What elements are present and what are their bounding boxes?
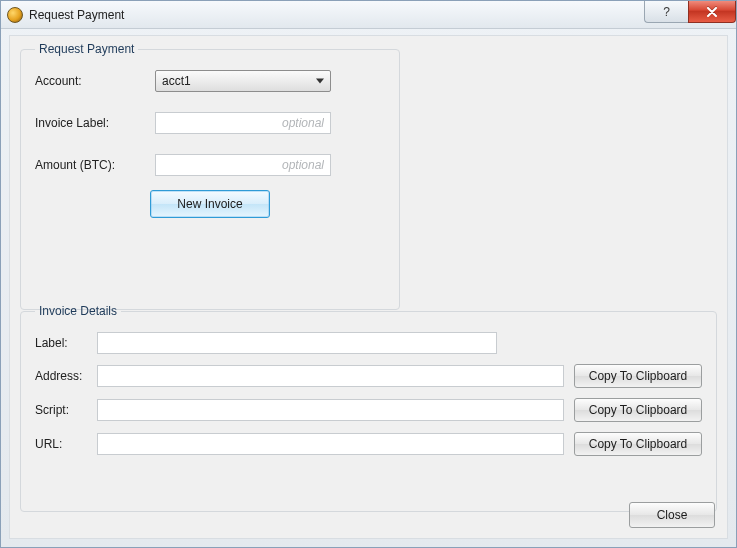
request-payment-group: Request Payment Account: acct1 Invoice L… — [20, 42, 400, 310]
label-row: Label: — [35, 332, 702, 354]
copy-address-button[interactable]: Copy To Clipboard — [574, 364, 702, 388]
url-field-label: URL: — [35, 437, 97, 451]
chevron-down-icon — [316, 79, 324, 84]
window-title: Request Payment — [29, 8, 124, 22]
script-field-label: Script: — [35, 403, 97, 417]
invoice-label-row: Invoice Label: — [35, 112, 385, 134]
invoice-details-group: Invoice Details Label: Address: Copy To … — [20, 304, 717, 512]
request-payment-legend: Request Payment — [35, 42, 138, 56]
window-controls: ? — [644, 1, 736, 23]
amount-row: Amount (BTC): — [35, 154, 385, 176]
amount-input[interactable] — [155, 154, 331, 176]
footer: Close — [619, 502, 715, 528]
account-row: Account: acct1 — [35, 70, 385, 92]
address-row: Address: Copy To Clipboard — [35, 364, 702, 388]
titlebar: Request Payment ? — [1, 1, 736, 29]
url-input[interactable] — [97, 433, 564, 455]
account-label: Account: — [35, 74, 155, 88]
copy-script-button[interactable]: Copy To Clipboard — [574, 398, 702, 422]
close-button[interactable]: Close — [629, 502, 715, 528]
app-icon — [7, 7, 23, 23]
amount-label: Amount (BTC): — [35, 158, 155, 172]
help-icon: ? — [663, 5, 670, 19]
invoice-details-legend: Invoice Details — [35, 304, 121, 318]
account-combobox[interactable]: acct1 — [155, 70, 331, 92]
address-input[interactable] — [97, 365, 564, 387]
client-area: Request Payment Account: acct1 Invoice L… — [9, 35, 728, 539]
copy-url-button[interactable]: Copy To Clipboard — [574, 432, 702, 456]
script-input[interactable] — [97, 399, 564, 421]
help-button[interactable]: ? — [644, 1, 688, 23]
address-field-label: Address: — [35, 369, 97, 383]
invoice-label-label: Invoice Label: — [35, 116, 155, 130]
script-row: Script: Copy To Clipboard — [35, 398, 702, 422]
label-field-label: Label: — [35, 336, 97, 350]
invoice-label-input[interactable] — [155, 112, 331, 134]
close-icon — [706, 7, 718, 17]
dialog-window: Request Payment ? Request Payment Accoun… — [0, 0, 737, 548]
new-invoice-button[interactable]: New Invoice — [150, 190, 270, 218]
label-input[interactable] — [97, 332, 497, 354]
url-row: URL: Copy To Clipboard — [35, 432, 702, 456]
window-close-button[interactable] — [688, 1, 736, 23]
account-selected-value: acct1 — [162, 74, 191, 88]
